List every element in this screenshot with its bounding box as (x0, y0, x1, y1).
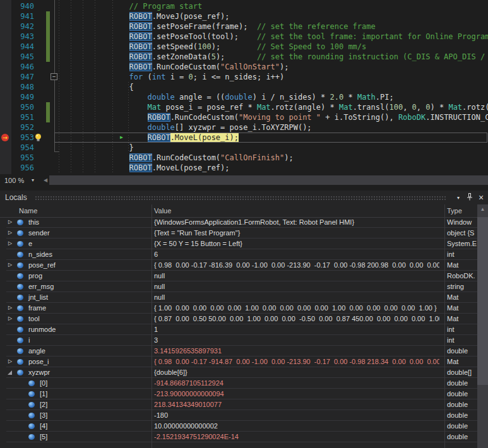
indicator-margin-cell[interactable] (0, 102, 11, 112)
pin-icon[interactable] (464, 193, 475, 203)
expand-arrow[interactable]: ▷ (8, 262, 12, 268)
value-cell[interactable]: -213.90000000000094 (154, 389, 439, 399)
locals-row-sender[interactable]: ▷sender{Text = "Run Test Program"}object… (6, 228, 477, 239)
code-editor[interactable]: 940 // Program start941 ROBOT.MoveJ(pose… (0, 0, 488, 174)
locals-row-frame[interactable]: ▷frame{ 1.00 0.00 0.00 0.00 0.00 1.00 0.… (6, 303, 477, 314)
expand-arrow[interactable]: ▷ (8, 230, 12, 236)
locals-title-bar[interactable]: Locals ▾ × (0, 191, 488, 204)
expand-arrow[interactable]: ▷ (8, 219, 12, 225)
locals-row-n_sides[interactable]: n_sides6int (6, 249, 477, 260)
indicator-margin-cell[interactable] (0, 52, 11, 62)
locals-row-runmode[interactable]: runmode1int (6, 324, 477, 335)
code-text[interactable]: ROBOT.RunCodeCustom("CallOnStart"); (56, 62, 488, 72)
code-text[interactable]: for (int i = 0; i <= n_sides; i++) (56, 72, 488, 82)
locals-row-xyzwpr[interactable]: xyzwpr{double[6]}double[] (6, 367, 477, 378)
column-divider[interactable] (444, 204, 445, 448)
locals-row-err_msg[interactable]: err_msgnullstring (6, 281, 477, 292)
locals-row-pose_i[interactable]: ▷pose_i{ 0.98 0.00 -0.17 -914.87 0.00 -1… (6, 357, 477, 367)
locals-row-4[interactable]: [4]10.00000000000002double (6, 421, 477, 432)
close-icon[interactable]: × (475, 192, 487, 203)
value-cell[interactable]: 3.1415926535897931 (154, 346, 439, 356)
breakpoint-icon[interactable]: → (1, 134, 9, 141)
locals-row-5[interactable]: [5]-2.1521934751290024E-14double (6, 432, 477, 442)
code-text[interactable]: ROBOT.setPoseTool(tool); // set the tool… (56, 32, 488, 42)
value-cell[interactable]: {Text = "Run Test Program"} (154, 228, 439, 238)
indicator-margin-cell[interactable] (0, 92, 11, 102)
column-divider[interactable] (152, 204, 152, 448)
expand-arrow[interactable]: ▷ (8, 305, 12, 311)
indicator-margin-cell[interactable] (0, 72, 11, 82)
expand-arrow[interactable]: ▷ (8, 315, 12, 322)
value-cell[interactable]: null (154, 271, 439, 281)
locals-row-2[interactable]: [2]218.34134349010077double (6, 399, 477, 410)
indicator-margin-cell[interactable]: → (0, 133, 11, 143)
scroll-left-icon[interactable]: ◀ (42, 174, 49, 187)
locals-row-e[interactable]: ▷e{X = 50 Y = 15 Button = Left}System.E (6, 239, 477, 249)
code-text[interactable]: // Program start (56, 1, 488, 11)
indicator-margin-cell[interactable] (0, 143, 11, 153)
horizontal-scrollbar[interactable] (49, 175, 488, 185)
code-text[interactable]: } (56, 143, 488, 153)
value-cell[interactable]: -180 (154, 410, 439, 420)
code-text[interactable]: Mat pose_i = pose_ref * Mat.rotz(angle) … (56, 102, 488, 112)
code-text[interactable]: ROBOT.setZoneData(5); // set the roundin… (56, 52, 488, 62)
code-text[interactable]: { (56, 82, 488, 92)
indicator-margin-cell[interactable] (0, 163, 11, 173)
locals-row-pose_ref[interactable]: ▷pose_ref{ 0.98 0.00 -0.17 -816.39 0.00 … (6, 260, 477, 271)
indicator-margin-cell[interactable] (0, 62, 11, 72)
code-text[interactable]: double angle = ((double) i / n_sides) * … (56, 92, 488, 102)
code-text[interactable]: ROBOT.MoveJ(pose_ref); (56, 11, 488, 21)
locals-row-tool[interactable]: ▷tool{ 0.87 0.00 0.50 50.00 0.00 1.00 0.… (6, 314, 477, 324)
column-header-value[interactable]: Value (154, 204, 171, 217)
locals-row-1[interactable]: [1]-213.90000000000094double (6, 389, 477, 399)
column-header-type[interactable]: Type (447, 204, 462, 217)
value-cell[interactable]: { 1.00 0.00 0.00 0.00 0.00 1.00 0.00 0.0… (154, 303, 439, 313)
vertical-scrollbar[interactable]: ▲ (477, 204, 488, 448)
value-cell[interactable]: {double[6]} (154, 367, 439, 377)
value-cell[interactable]: {X = 50 Y = 15 Button = Left} (154, 239, 439, 249)
indicator-margin-cell[interactable] (0, 112, 11, 122)
scrollbar-thumb[interactable] (477, 217, 488, 385)
locals-row-angle[interactable]: angle3.1415926535897931double (6, 346, 477, 357)
code-text[interactable]: ROBOT.RunCodeCustom("CallOnFinish"); (56, 153, 488, 163)
zoom-select[interactable]: 100 % ▾ (0, 174, 40, 187)
code-text[interactable]: double[] xyzwpr = pose_i.ToXYZRPW(); (56, 122, 488, 133)
indicator-margin-cell[interactable] (0, 32, 11, 42)
value-cell[interactable]: 6 (154, 249, 439, 259)
locals-row-i[interactable]: i3int (6, 335, 477, 346)
indicator-margin-cell[interactable] (0, 122, 11, 133)
value-cell[interactable]: 218.34134349010077 (154, 399, 439, 410)
value-cell[interactable]: null (154, 281, 439, 292)
expand-arrow[interactable]: ▷ (8, 240, 12, 247)
collapse-toggle[interactable]: − (51, 73, 57, 80)
indicator-margin-cell[interactable] (0, 82, 11, 92)
value-cell[interactable]: -914.86687105112924 (154, 378, 439, 388)
indicator-margin-cell[interactable] (0, 42, 11, 52)
value-cell[interactable]: 3 (154, 335, 439, 345)
locals-row-this[interactable]: ▷this{WindowsFormsApplication1.FormRobot… (6, 217, 477, 228)
value-cell[interactable]: 1 (154, 324, 439, 334)
code-text[interactable]: ROBOT.RunCodeCustom("Moving to point " +… (56, 112, 488, 122)
scroll-up-icon[interactable]: ▲ (477, 204, 488, 214)
column-header-name[interactable]: Name (19, 204, 37, 217)
value-cell[interactable]: -2.1521934751290024E-14 (154, 432, 439, 442)
value-cell[interactable]: null (154, 292, 439, 302)
value-cell[interactable]: {WindowsFormsApplication1.FormRobot, Tex… (154, 217, 439, 227)
indicator-margin-cell[interactable] (0, 153, 11, 163)
value-cell[interactable]: { 0.87 0.00 0.50 50.00 0.00 1.00 0.00 0.… (154, 314, 439, 324)
value-cell[interactable]: { 0.98 0.00 -0.17 -914.87 0.00 -1.00 0.0… (154, 357, 439, 367)
code-text[interactable]: ROBOT.setPoseFrame(frame); // set the re… (56, 21, 488, 32)
value-cell[interactable]: 10.00000000000002 (154, 421, 439, 431)
code-text[interactable]: ROBOT.setSpeed(100); // Set Speed to 100… (56, 42, 488, 52)
indicator-margin-cell[interactable] (0, 21, 11, 32)
value-cell[interactable]: { 0.98 0.00 -0.17 -816.39 0.00 -1.00 0.0… (154, 260, 439, 270)
window-position-icon[interactable]: ▾ (453, 195, 464, 201)
locals-row-0[interactable]: [0]-914.86687105112924double (6, 378, 477, 389)
indicator-margin-cell[interactable] (0, 11, 11, 21)
indicator-margin-cell[interactable] (0, 1, 11, 11)
code-text[interactable]: ROBOT.MoveL(pose_ref); (56, 163, 488, 173)
locals-row-jnt_list[interactable]: jnt_listnullMat (6, 292, 477, 303)
locals-row-3[interactable]: [3]-180double (6, 410, 477, 421)
expand-arrow[interactable]: ▷ (8, 358, 12, 365)
collapse-arrow[interactable] (8, 370, 12, 375)
